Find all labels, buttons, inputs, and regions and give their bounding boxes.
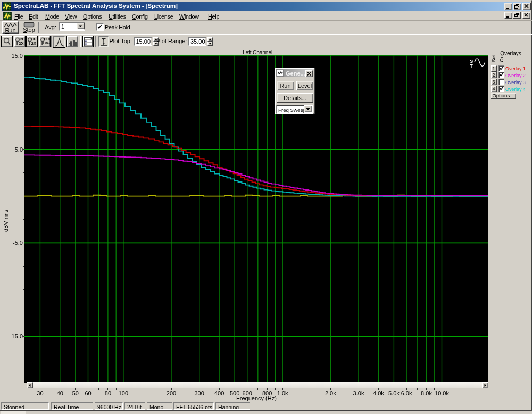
svg-text:T: T (470, 63, 473, 69)
